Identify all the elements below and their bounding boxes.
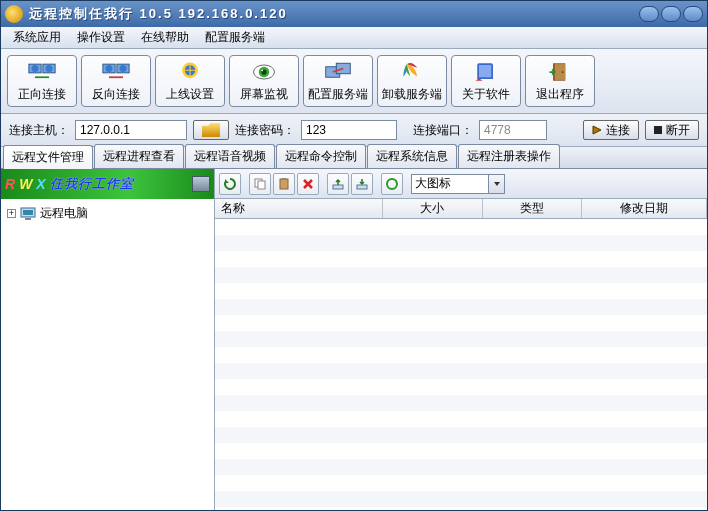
tab-file-manager[interactable]: 远程文件管理 [3,145,93,169]
port-label: 连接端口： [413,122,473,139]
tool-about[interactable]: 关于软件 [451,55,521,107]
tool-screen-monitor[interactable]: 屏幕监视 [229,55,299,107]
tool-online-settings[interactable]: 上线设置 [155,55,225,107]
titlebar[interactable]: 远程控制任我行 10.5 192.168.0.120 [1,1,707,27]
connect-label: 连接 [606,122,630,139]
tab-process-viewer[interactable]: 远程进程查看 [94,144,184,168]
col-date[interactable]: 修改日期 [582,199,707,218]
banner-r: R [5,176,15,192]
view-mode-input[interactable] [411,174,489,194]
ftb-paste[interactable] [273,173,295,195]
connect-button[interactable]: 连接 [583,120,639,140]
list-row [215,491,707,507]
tool-label: 反向连接 [92,86,140,103]
tree-root-item[interactable]: + 远程电脑 [5,203,210,224]
folder-icon [202,123,220,137]
ftb-copy[interactable] [249,173,271,195]
disconnect-label: 断开 [666,122,690,139]
tab-command-control[interactable]: 远程命令控制 [276,144,366,168]
stop-icon [654,126,662,134]
col-type[interactable]: 类型 [483,199,582,218]
list-row [215,299,707,315]
svg-rect-22 [25,218,31,220]
svg-rect-21 [23,210,33,215]
main-panel: 名称 大小 类型 修改日期 [215,169,707,510]
list-row [215,331,707,347]
tool-uninstall-server[interactable]: 卸载服务端 [377,55,447,107]
workspace: R W X 任我行工作室 + 远程电脑 [1,169,707,510]
tool-reverse-connect[interactable]: 反向连接 [81,55,151,107]
list-row [215,379,707,395]
port-input[interactable] [479,120,547,140]
tree-view[interactable]: + 远程电脑 [1,199,214,510]
ftb-download[interactable] [351,173,373,195]
host-input[interactable] [75,120,187,140]
banner-pc-icon [192,176,210,192]
view-mode-dropdown[interactable] [489,174,505,194]
col-size[interactable]: 大小 [383,199,482,218]
file-list-body[interactable] [215,219,707,510]
col-name[interactable]: 名称 [215,199,383,218]
svg-rect-18 [555,64,566,80]
minimize-button[interactable] [639,6,659,22]
tool-exit[interactable]: 退出程序 [525,55,595,107]
feature-tabs: 远程文件管理 远程进程查看 远程语音视频 远程命令控制 远程系统信息 远程注册表… [1,147,707,169]
list-row [215,283,707,299]
main-toolbar: 正向连接 反向连接 上线设置 屏幕监视 配置服务端 卸载服务端 关于软件 退出 [1,49,707,114]
menu-operation[interactable]: 操作设置 [71,27,131,48]
svg-point-7 [120,65,127,72]
rwx-banner: R W X 任我行工作室 [1,169,214,199]
copy-icon [253,177,267,191]
browse-host-button[interactable] [193,120,229,140]
password-label: 连接密码： [235,122,295,139]
tab-registry[interactable]: 远程注册表操作 [458,144,560,168]
tool-label: 上线设置 [166,86,214,103]
list-row [215,363,707,379]
disconnect-button[interactable]: 断开 [645,120,699,140]
tab-system-info[interactable]: 远程系统信息 [367,144,457,168]
computer-icon [20,207,36,221]
ftb-delete[interactable] [297,173,319,195]
menubar: 系统应用 操作设置 在线帮助 配置服务端 [1,27,707,49]
password-input[interactable] [301,120,397,140]
tab-audio-video[interactable]: 远程语音视频 [185,144,275,168]
list-row [215,411,707,427]
window-title: 远程控制任我行 10.5 192.168.0.120 [29,5,288,23]
list-row [215,251,707,267]
menu-system[interactable]: 系统应用 [7,27,67,48]
list-row [215,267,707,283]
banner-x: X [36,176,45,192]
menu-help[interactable]: 在线帮助 [135,27,195,48]
list-row [215,219,707,235]
tool-forward-connect[interactable]: 正向连接 [7,55,77,107]
tool-label: 关于软件 [462,86,510,103]
side-panel: R W X 任我行工作室 + 远程电脑 [1,169,215,510]
svg-point-19 [562,71,564,73]
refresh-green-icon [385,177,399,191]
tool-label: 配置服务端 [308,86,368,103]
play-icon [592,125,602,135]
menu-config-server[interactable]: 配置服务端 [199,27,271,48]
view-mode-combo[interactable] [411,174,505,194]
tool-label: 卸载服务端 [382,86,442,103]
host-label: 连接主机： [9,122,69,139]
ftb-refresh[interactable] [219,173,241,195]
close-button[interactable] [683,6,703,22]
list-row [215,347,707,363]
refresh-icon [223,177,237,191]
list-row [215,443,707,459]
tree-expand-icon[interactable]: + [7,209,16,218]
list-row [215,235,707,251]
maximize-button[interactable] [661,6,681,22]
svg-rect-25 [280,179,288,189]
list-row [215,315,707,331]
tool-config-server[interactable]: 配置服务端 [303,55,373,107]
list-row [215,475,707,491]
ftb-upload[interactable] [327,173,349,195]
list-row [215,427,707,443]
tool-label: 退出程序 [536,86,584,103]
svg-point-6 [106,65,113,72]
banner-text: 任我行工作室 [50,175,134,193]
svg-rect-27 [333,185,343,189]
ftb-view-refresh[interactable] [381,173,403,195]
